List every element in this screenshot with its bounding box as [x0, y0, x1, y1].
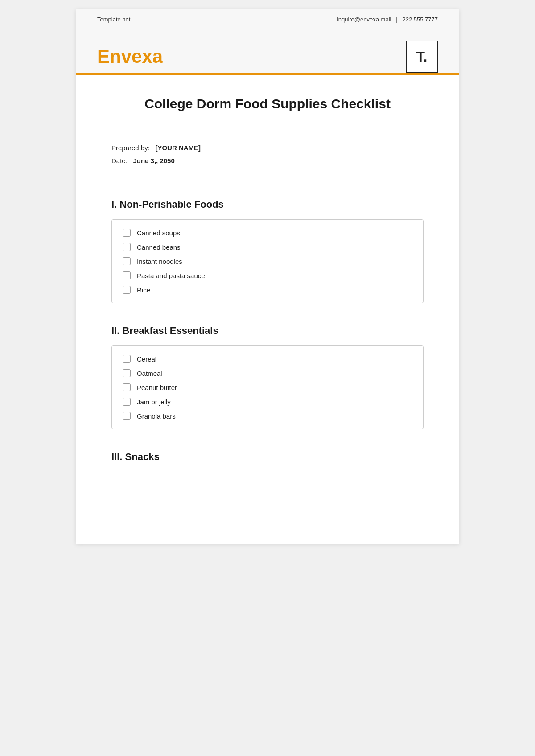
document-title: College Dorm Food Supplies Checklist — [111, 96, 424, 111]
section-heading-1: I. Non-Perishable Foods — [111, 199, 424, 210]
checklist-item-label: Rice — [137, 286, 150, 294]
prepared-by-label: Prepared by: — [111, 144, 150, 152]
main-content: College Dorm Food Supplies Checklist Pre… — [76, 75, 459, 493]
logo-text: T. — [416, 49, 428, 65]
checklist-item-label: Canned beans — [137, 243, 181, 251]
date-value: June 3,, 2050 — [133, 157, 174, 164]
contact-info: inquire@envexa.mail | 222 555 7777 — [337, 16, 438, 23]
list-item: Peanut butter — [123, 383, 412, 391]
company-name: Envexa — [97, 46, 163, 67]
meta-section: Prepared by: [YOUR NAME] Date: June 3,, … — [111, 137, 424, 177]
checklist-item-label: Oatmeal — [137, 370, 162, 377]
checklist-item-label: Jam or jelly — [137, 398, 171, 406]
list-item: Rice — [123, 286, 412, 294]
checklist-item-label: Granola bars — [137, 412, 176, 420]
list-item: Oatmeal — [123, 369, 412, 377]
list-item: Granola bars — [123, 412, 412, 420]
checkbox[interactable] — [123, 398, 131, 406]
sections-container: I. Non-Perishable FoodsCanned soupsCanne… — [111, 199, 424, 463]
checklist-box-2: CerealOatmealPeanut butterJam or jellyGr… — [111, 345, 424, 429]
date-label: Date: — [111, 157, 128, 164]
email-text: inquire@envexa.mail — [337, 16, 391, 23]
checkbox[interactable] — [123, 271, 131, 279]
section-heading-2: II. Breakfast Essentials — [111, 325, 424, 337]
list-item: Canned soups — [123, 229, 412, 237]
checklist-item-label: Instant noodles — [137, 258, 182, 265]
checkbox[interactable] — [123, 229, 131, 237]
checkbox[interactable] — [123, 412, 131, 420]
checklist-item-label: Canned soups — [137, 229, 180, 237]
list-item: Jam or jelly — [123, 398, 412, 406]
phone-text: 222 555 7777 — [402, 16, 438, 23]
checkbox[interactable] — [123, 243, 131, 251]
checkbox[interactable] — [123, 257, 131, 265]
checklist-item-label: Cereal — [137, 355, 156, 363]
section-1: I. Non-Perishable FoodsCanned soupsCanne… — [111, 199, 424, 314]
section-3: III. Snacks — [111, 451, 424, 463]
divider-1 — [111, 126, 424, 126]
divider-section-2 — [111, 440, 424, 440]
checkbox[interactable] — [123, 286, 131, 294]
page: Template.net inquire@envexa.mail | 222 5… — [76, 9, 459, 544]
checklist-item-label: Peanut butter — [137, 384, 177, 391]
section-2: II. Breakfast EssentialsCerealOatmealPea… — [111, 325, 424, 440]
template-site-label: Template.net — [97, 16, 130, 23]
divider-2 — [111, 188, 424, 188]
checklist-item-label: Pasta and pasta sauce — [137, 272, 205, 279]
checkbox[interactable] — [123, 355, 131, 363]
logo-box: T. — [406, 41, 438, 73]
prepared-by-row: Prepared by: [YOUR NAME] — [111, 144, 424, 152]
date-row: Date: June 3,, 2050 — [111, 157, 424, 164]
branding-section: Envexa T. — [76, 30, 459, 73]
list-item: Instant noodles — [123, 257, 412, 265]
section-heading-3: III. Snacks — [111, 451, 424, 463]
page-header: Template.net inquire@envexa.mail | 222 5… — [76, 9, 459, 30]
checkbox[interactable] — [123, 383, 131, 391]
list-item: Cereal — [123, 355, 412, 363]
list-item: Canned beans — [123, 243, 412, 251]
prepared-by-value: [YOUR NAME] — [155, 144, 201, 152]
checklist-box-1: Canned soupsCanned beansInstant noodlesP… — [111, 219, 424, 303]
list-item: Pasta and pasta sauce — [123, 271, 412, 279]
divider-section-1 — [111, 314, 424, 314]
checkbox[interactable] — [123, 369, 131, 377]
